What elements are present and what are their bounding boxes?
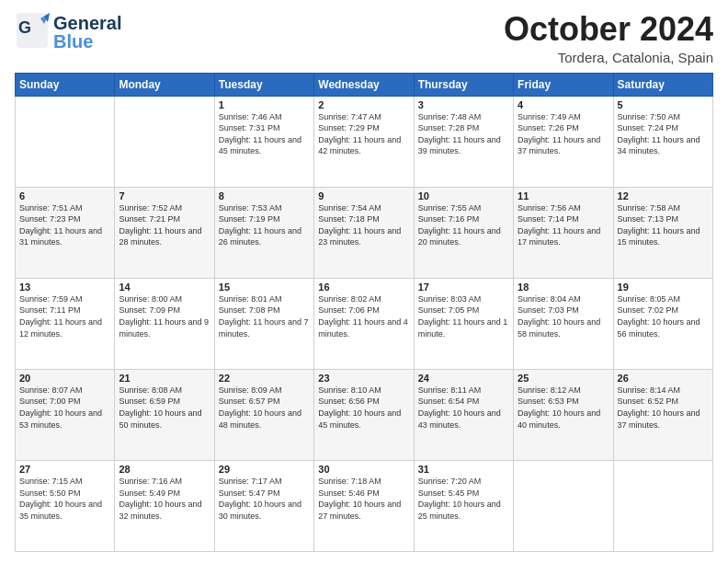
- table-row: 8Sunrise: 7:53 AM Sunset: 7:19 PM Daylig…: [214, 187, 313, 278]
- day-info: Sunrise: 7:46 AM Sunset: 7:31 PM Dayligh…: [219, 111, 310, 157]
- header-monday: Monday: [115, 73, 214, 96]
- table-row: 7Sunrise: 7:52 AM Sunset: 7:21 PM Daylig…: [115, 187, 214, 278]
- day-info: Sunrise: 7:15 AM Sunset: 5:50 PM Dayligh…: [19, 476, 110, 522]
- table-row: [514, 460, 613, 551]
- header-saturday: Saturday: [613, 73, 712, 96]
- table-row: 31Sunrise: 7:20 AM Sunset: 5:45 PM Dayli…: [414, 460, 513, 551]
- table-row: [16, 96, 115, 187]
- day-number: 31: [418, 464, 509, 475]
- table-row: 26Sunrise: 8:14 AM Sunset: 6:52 PM Dayli…: [613, 369, 712, 460]
- table-row: 19Sunrise: 8:05 AM Sunset: 7:02 PM Dayli…: [613, 278, 712, 369]
- day-info: Sunrise: 7:56 AM Sunset: 7:14 PM Dayligh…: [518, 202, 609, 248]
- table-row: 22Sunrise: 8:09 AM Sunset: 6:57 PM Dayli…: [214, 369, 313, 460]
- table-row: 28Sunrise: 7:16 AM Sunset: 5:49 PM Dayli…: [115, 460, 214, 551]
- day-info: Sunrise: 8:01 AM Sunset: 7:08 PM Dayligh…: [219, 293, 310, 339]
- logo: G General Blue: [15, 11, 121, 53]
- day-info: Sunrise: 7:54 AM Sunset: 7:18 PM Dayligh…: [318, 202, 409, 248]
- day-number: 12: [618, 190, 709, 201]
- day-number: 30: [318, 464, 409, 475]
- day-info: Sunrise: 7:47 AM Sunset: 7:29 PM Dayligh…: [318, 111, 409, 157]
- calendar-week-5: 27Sunrise: 7:15 AM Sunset: 5:50 PM Dayli…: [16, 460, 713, 551]
- table-row: 4Sunrise: 7:49 AM Sunset: 7:26 PM Daylig…: [514, 96, 613, 187]
- header-tuesday: Tuesday: [214, 73, 313, 96]
- day-info: Sunrise: 8:03 AM Sunset: 7:05 PM Dayligh…: [418, 293, 509, 339]
- day-number: 11: [518, 190, 609, 201]
- day-number: 22: [219, 373, 310, 384]
- calendar-week-3: 13Sunrise: 7:59 AM Sunset: 7:11 PM Dayli…: [16, 278, 713, 369]
- day-number: 14: [119, 282, 210, 293]
- svg-text:G: G: [18, 18, 31, 37]
- day-info: Sunrise: 8:12 AM Sunset: 6:53 PM Dayligh…: [518, 385, 609, 431]
- day-info: Sunrise: 8:10 AM Sunset: 6:56 PM Dayligh…: [318, 385, 409, 431]
- header-friday: Friday: [514, 73, 613, 96]
- table-row: 5Sunrise: 7:50 AM Sunset: 7:24 PM Daylig…: [613, 96, 712, 187]
- header-sunday: Sunday: [16, 73, 115, 96]
- table-row: 9Sunrise: 7:54 AM Sunset: 7:18 PM Daylig…: [314, 187, 414, 278]
- day-info: Sunrise: 7:48 AM Sunset: 7:28 PM Dayligh…: [418, 111, 509, 157]
- table-row: 10Sunrise: 7:55 AM Sunset: 7:16 PM Dayli…: [414, 187, 513, 278]
- day-info: Sunrise: 7:55 AM Sunset: 7:16 PM Dayligh…: [418, 202, 509, 248]
- day-info: Sunrise: 8:07 AM Sunset: 7:00 PM Dayligh…: [19, 385, 110, 431]
- page: G General Blue October 2024 Tordera, Cat…: [0, 0, 728, 563]
- table-row: 11Sunrise: 7:56 AM Sunset: 7:14 PM Dayli…: [514, 187, 613, 278]
- day-number: 20: [19, 373, 110, 384]
- table-row: 3Sunrise: 7:48 AM Sunset: 7:28 PM Daylig…: [414, 96, 513, 187]
- month-title: October 2024: [504, 11, 713, 48]
- table-row: 6Sunrise: 7:51 AM Sunset: 7:23 PM Daylig…: [16, 187, 115, 278]
- table-row: [115, 96, 214, 187]
- day-info: Sunrise: 8:09 AM Sunset: 6:57 PM Dayligh…: [219, 385, 310, 431]
- table-row: 14Sunrise: 8:00 AM Sunset: 7:09 PM Dayli…: [115, 278, 214, 369]
- table-row: 29Sunrise: 7:17 AM Sunset: 5:47 PM Dayli…: [214, 460, 313, 551]
- day-info: Sunrise: 7:59 AM Sunset: 7:11 PM Dayligh…: [19, 293, 110, 339]
- calendar-week-4: 20Sunrise: 8:07 AM Sunset: 7:00 PM Dayli…: [16, 369, 713, 460]
- calendar-week-2: 6Sunrise: 7:51 AM Sunset: 7:23 PM Daylig…: [16, 187, 713, 278]
- logo-icon: G: [15, 11, 50, 53]
- day-number: 28: [119, 464, 210, 475]
- logo-blue: Blue: [53, 32, 121, 51]
- day-number: 23: [318, 373, 409, 384]
- logo-general: General: [53, 14, 121, 32]
- table-row: 16Sunrise: 8:02 AM Sunset: 7:06 PM Dayli…: [314, 278, 414, 369]
- day-number: 17: [418, 282, 509, 293]
- day-info: Sunrise: 8:00 AM Sunset: 7:09 PM Dayligh…: [119, 293, 210, 339]
- header: G General Blue October 2024 Tordera, Cat…: [15, 11, 713, 65]
- day-number: 2: [318, 99, 409, 110]
- day-info: Sunrise: 7:51 AM Sunset: 7:23 PM Dayligh…: [19, 202, 110, 248]
- logo-text: General Blue: [53, 14, 121, 51]
- day-number: 19: [618, 282, 709, 293]
- table-row: 17Sunrise: 8:03 AM Sunset: 7:05 PM Dayli…: [414, 278, 513, 369]
- day-info: Sunrise: 8:05 AM Sunset: 7:02 PM Dayligh…: [618, 293, 709, 339]
- day-info: Sunrise: 7:49 AM Sunset: 7:26 PM Dayligh…: [518, 111, 609, 157]
- table-row: 24Sunrise: 8:11 AM Sunset: 6:54 PM Dayli…: [414, 369, 513, 460]
- day-info: Sunrise: 8:11 AM Sunset: 6:54 PM Dayligh…: [418, 385, 509, 431]
- calendar: Sunday Monday Tuesday Wednesday Thursday…: [15, 73, 713, 552]
- calendar-week-1: 1Sunrise: 7:46 AM Sunset: 7:31 PM Daylig…: [16, 96, 713, 187]
- day-number: 1: [219, 99, 310, 110]
- header-thursday: Thursday: [414, 73, 513, 96]
- table-row: 25Sunrise: 8:12 AM Sunset: 6:53 PM Dayli…: [514, 369, 613, 460]
- day-info: Sunrise: 8:08 AM Sunset: 6:59 PM Dayligh…: [119, 385, 210, 431]
- day-number: 21: [119, 373, 210, 384]
- day-number: 25: [518, 373, 609, 384]
- day-number: 8: [219, 190, 310, 201]
- day-info: Sunrise: 8:04 AM Sunset: 7:03 PM Dayligh…: [518, 293, 609, 339]
- table-row: 2Sunrise: 7:47 AM Sunset: 7:29 PM Daylig…: [314, 96, 414, 187]
- table-row: 23Sunrise: 8:10 AM Sunset: 6:56 PM Dayli…: [314, 369, 414, 460]
- day-info: Sunrise: 8:14 AM Sunset: 6:52 PM Dayligh…: [618, 385, 709, 431]
- day-info: Sunrise: 7:50 AM Sunset: 7:24 PM Dayligh…: [618, 111, 709, 157]
- day-number: 3: [418, 99, 509, 110]
- day-number: 10: [418, 190, 509, 201]
- day-number: 7: [119, 190, 210, 201]
- day-number: 5: [618, 99, 709, 110]
- day-info: Sunrise: 7:16 AM Sunset: 5:49 PM Dayligh…: [119, 476, 210, 522]
- day-info: Sunrise: 7:52 AM Sunset: 7:21 PM Dayligh…: [119, 202, 210, 248]
- day-number: 26: [618, 373, 709, 384]
- title-block: October 2024 Tordera, Catalonia, Spain: [504, 11, 713, 65]
- day-number: 16: [318, 282, 409, 293]
- header-wednesday: Wednesday: [314, 73, 414, 96]
- day-number: 18: [518, 282, 609, 293]
- day-info: Sunrise: 7:53 AM Sunset: 7:19 PM Dayligh…: [219, 202, 310, 248]
- table-row: 15Sunrise: 8:01 AM Sunset: 7:08 PM Dayli…: [214, 278, 313, 369]
- day-number: 4: [518, 99, 609, 110]
- location: Tordera, Catalonia, Spain: [504, 50, 713, 65]
